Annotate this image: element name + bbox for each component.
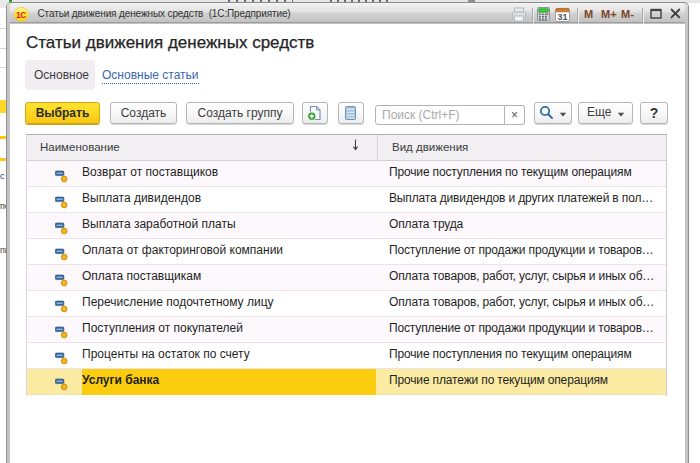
svg-text:1С: 1С	[16, 10, 26, 20]
svg-text:31: 31	[557, 12, 567, 22]
